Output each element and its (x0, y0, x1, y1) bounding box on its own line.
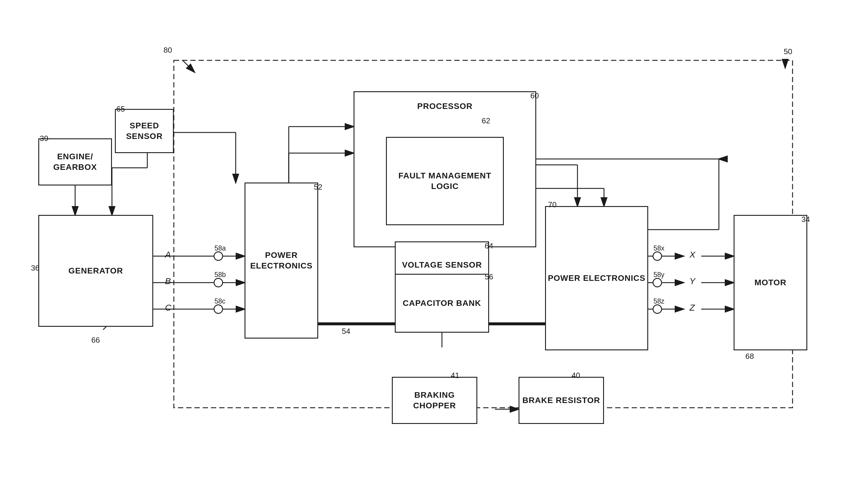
power-electronics-left-label: POWER ELECTRONICS (245, 250, 317, 271)
motor-box: MOTOR (734, 215, 807, 350)
fault-management-box: FAULT MANAGEMENT LOGIC (386, 137, 504, 225)
engine-gearbox-label: ENGINE/ GEARBOX (39, 151, 111, 173)
braking-chopper-label: BRAKING CHOPPER (393, 390, 476, 411)
connector-58c (214, 304, 223, 314)
motor-label: MOTOR (754, 277, 787, 288)
ref-80: 80 (163, 46, 172, 55)
connector-58a (214, 251, 223, 261)
ref-64: 64 (485, 241, 493, 251)
ref-36: 36 (31, 264, 39, 273)
brake-resistor-label: BRAKE RESISTOR (522, 395, 600, 406)
speed-sensor-label: SPEED SENSOR (116, 121, 173, 142)
fault-management-label: FAULT MANAGEMENT LOGIC (387, 170, 503, 192)
connector-58b (214, 278, 223, 287)
diagram-container: 80 50 ENGINE/ GEARBOX 39 GENERATOR 36 SP… (0, 0, 850, 504)
generator-box: GENERATOR (38, 215, 153, 327)
ref-40: 40 (572, 371, 580, 380)
ref-58b: 58b (214, 271, 226, 279)
ref-58x: 58x (654, 244, 664, 252)
label-A: A (165, 250, 171, 260)
capacitor-bank-box: CAPACITOR BANK (395, 274, 489, 333)
label-Y: Y (690, 276, 695, 286)
label-C: C (165, 303, 172, 313)
ref-52: 52 (314, 182, 322, 192)
label-X: X (690, 250, 695, 260)
ref-58y: 58y (654, 271, 664, 279)
label-Z: Z (690, 303, 695, 313)
brake-resistor-box: BRAKE RESISTOR (519, 377, 604, 424)
capacitor-bank-label: CAPACITOR BANK (403, 298, 482, 308)
speed-sensor-box: SPEED SENSOR (115, 109, 174, 153)
ref-70: 70 (548, 200, 557, 209)
processor-box: PROCESSOR FAULT MANAGEMENT LOGIC (353, 91, 536, 247)
ref-66: 66 (91, 336, 100, 345)
ref-65: 65 (116, 105, 125, 114)
ref-58c: 58c (214, 297, 225, 305)
ref-60: 60 (530, 91, 539, 101)
svg-line-47 (183, 60, 194, 72)
ref-58a: 58a (214, 244, 226, 252)
generator-label: GENERATOR (68, 266, 123, 276)
ref-50: 50 (784, 47, 792, 56)
ref-39: 39 (40, 134, 48, 143)
ref-62: 62 (482, 116, 490, 125)
ref-56: 56 (485, 272, 493, 282)
processor-label: PROCESSOR (417, 101, 473, 112)
label-B: B (165, 276, 171, 286)
ref-54: 54 (342, 327, 350, 336)
connector-58x (653, 251, 662, 261)
engine-gearbox-box: ENGINE/ GEARBOX (38, 138, 112, 185)
ref-68: 68 (745, 352, 754, 361)
voltage-sensor-label: VOLTAGE SENSOR (402, 260, 482, 270)
power-electronics-right-box: POWER ELECTRONICS (545, 206, 648, 350)
power-electronics-left-box: POWER ELECTRONICS (245, 182, 318, 339)
braking-chopper-box: BRAKING CHOPPER (392, 377, 477, 424)
ref-58z: 58z (654, 297, 664, 305)
ref-34: 34 (801, 215, 810, 224)
connector-58z (653, 304, 662, 314)
connector-58y (653, 278, 662, 287)
ref-41: 41 (451, 371, 459, 380)
power-electronics-right-label: POWER ELECTRONICS (548, 273, 645, 284)
